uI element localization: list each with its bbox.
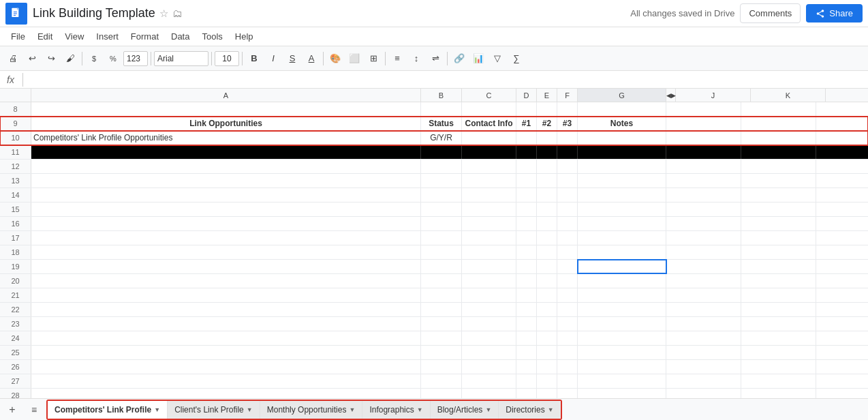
cell-d26[interactable] — [516, 360, 537, 374]
col-header-a[interactable]: A — [31, 89, 421, 102]
cell-d11[interactable] — [516, 145, 537, 159]
cell-c9[interactable]: Contact Info — [462, 117, 516, 130]
cell-d24[interactable] — [516, 331, 537, 345]
row-number[interactable]: 16 — [0, 217, 31, 230]
cell-j18[interactable] — [666, 245, 741, 259]
cell-k12[interactable] — [741, 160, 816, 173]
cell-a23[interactable] — [31, 317, 421, 331]
cell-f25[interactable] — [557, 346, 578, 359]
document-title[interactable]: Link Building Template — [33, 6, 155, 20]
share-button[interactable]: Share — [806, 4, 863, 22]
cell-e18[interactable] — [537, 245, 557, 259]
cell-b19[interactable] — [421, 260, 462, 273]
cell-e12[interactable] — [537, 160, 557, 173]
row-number[interactable]: 12 — [0, 160, 31, 173]
cell-d22[interactable] — [516, 303, 537, 316]
cell-b8[interactable] — [421, 102, 462, 116]
cell-k11[interactable] — [741, 145, 816, 159]
cell-d13[interactable] — [516, 174, 537, 188]
cell-g13[interactable] — [578, 174, 666, 188]
cell-e16[interactable] — [537, 217, 557, 230]
number-format-input[interactable] — [123, 51, 148, 66]
font-size-input[interactable] — [215, 51, 239, 66]
cell-d20[interactable] — [516, 274, 537, 288]
cell-e27[interactable] — [537, 374, 557, 388]
cell-a13[interactable] — [31, 174, 421, 188]
menu-format[interactable]: Format — [125, 29, 164, 44]
filter-button[interactable]: ▽ — [489, 50, 506, 68]
cell-g19[interactable] — [578, 260, 666, 273]
cell-f24[interactable] — [557, 331, 578, 345]
cell-a18[interactable] — [31, 245, 421, 259]
cell-g17[interactable] — [578, 231, 666, 245]
cell-c14[interactable] — [462, 188, 516, 202]
cell-e26[interactable] — [537, 360, 557, 374]
cell-f12[interactable] — [557, 160, 578, 173]
cell-c11[interactable] — [462, 145, 516, 159]
cell-a11[interactable] — [31, 145, 421, 159]
cell-f21[interactable] — [557, 288, 578, 302]
row-number[interactable]: 13 — [0, 174, 31, 188]
row-number[interactable]: 28 — [0, 389, 31, 398]
menu-insert[interactable]: Insert — [91, 29, 124, 44]
cell-f15[interactable] — [557, 202, 578, 216]
cell-g14[interactable] — [578, 188, 666, 202]
cell-d12[interactable] — [516, 160, 537, 173]
cell-g15[interactable] — [578, 202, 666, 216]
cell-d19[interactable] — [516, 260, 537, 273]
tab-dropdown-arrow[interactable]: ▼ — [247, 406, 253, 413]
strikethrough-button[interactable]: S — [283, 50, 301, 68]
cell-j10[interactable] — [666, 131, 741, 145]
cell-k20[interactable] — [741, 274, 816, 288]
cell-j13[interactable] — [666, 174, 741, 188]
cell-j22[interactable] — [666, 303, 741, 316]
cell-b12[interactable] — [421, 160, 462, 173]
bold-button[interactable]: B — [245, 50, 263, 68]
paint-format-button[interactable]: 🖌 — [61, 50, 79, 68]
row-number[interactable]: 18 — [0, 245, 31, 259]
fill-color-button[interactable]: 🎨 — [326, 50, 344, 68]
cell-k10[interactable] — [741, 131, 816, 145]
borders-button[interactable]: ⬜ — [345, 50, 363, 68]
cell-c17[interactable] — [462, 231, 516, 245]
menu-data[interactable]: Data — [166, 29, 195, 44]
cell-e11[interactable] — [537, 145, 557, 159]
cell-b11[interactable] — [421, 145, 462, 159]
sheet-tab-directories[interactable]: Directories ▼ — [499, 401, 560, 419]
cell-e19[interactable] — [537, 260, 557, 273]
row-number[interactable]: 21 — [0, 288, 31, 302]
sheet-tab-clients-link-profile[interactable]: Client's Link Profile ▼ — [168, 401, 260, 419]
cell-b17[interactable] — [421, 231, 462, 245]
row-number[interactable]: 19 — [0, 260, 31, 273]
row-number[interactable]: 8 — [0, 102, 31, 116]
cell-g23[interactable] — [578, 317, 666, 331]
row-number[interactable]: 22 — [0, 303, 31, 316]
redo-button[interactable]: ↪ — [42, 50, 60, 68]
cell-k21[interactable] — [741, 288, 816, 302]
row-number[interactable]: 14 — [0, 188, 31, 202]
cell-f20[interactable] — [557, 274, 578, 288]
comments-button[interactable]: Comments — [740, 3, 801, 23]
cell-b22[interactable] — [421, 303, 462, 316]
sheet-tab-monthly-opportunities[interactable]: Monthly Opportunities ▼ — [260, 401, 363, 419]
cell-d27[interactable] — [516, 374, 537, 388]
tab-dropdown-arrow[interactable]: ▼ — [417, 406, 423, 413]
cell-a26[interactable] — [31, 360, 421, 374]
cell-f27[interactable] — [557, 374, 578, 388]
cell-d18[interactable] — [516, 245, 537, 259]
cell-g18[interactable] — [578, 245, 666, 259]
cell-g25[interactable] — [578, 346, 666, 359]
cell-b26[interactable] — [421, 360, 462, 374]
cell-g27[interactable] — [578, 374, 666, 388]
cell-c8[interactable] — [462, 102, 516, 116]
cell-j14[interactable] — [666, 188, 741, 202]
cell-j17[interactable] — [666, 231, 741, 245]
cell-c13[interactable] — [462, 174, 516, 188]
row-number[interactable]: 20 — [0, 274, 31, 288]
cell-d15[interactable] — [516, 202, 537, 216]
cell-c23[interactable] — [462, 317, 516, 331]
cell-a10[interactable]: Competitors' Link Profile Opportunities — [31, 131, 421, 145]
link-button[interactable]: 🔗 — [450, 50, 468, 68]
cell-d10[interactable] — [516, 131, 537, 145]
valign-button[interactable]: ↕ — [407, 50, 425, 68]
